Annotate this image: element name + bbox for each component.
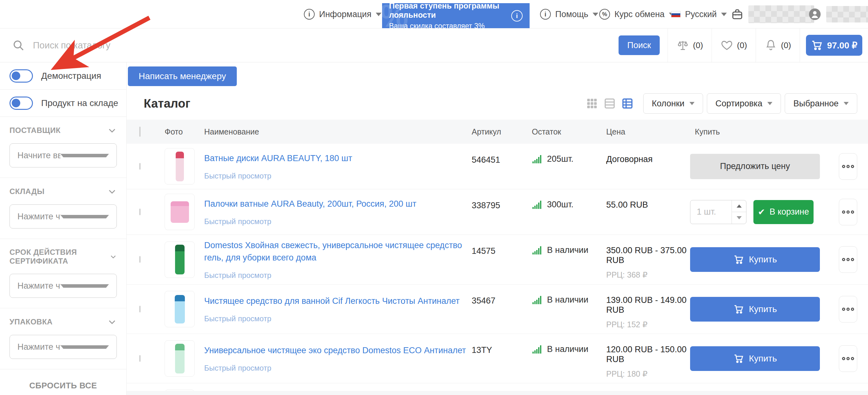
demo-toggle-row: Демонстрация (0, 62, 126, 90)
row-checkbox[interactable] (139, 256, 141, 263)
grid-view-icon[interactable] (586, 97, 598, 110)
demo-toggle[interactable] (9, 69, 33, 83)
stock-bars-icon (532, 343, 543, 355)
product-name-link[interactable]: Domestos Хвойная свежесть, универсальное… (204, 239, 467, 264)
row-more-button[interactable] (839, 153, 857, 180)
help-icon: i (540, 9, 551, 20)
stepper-down-button[interactable] (732, 212, 746, 224)
more-dots-icon (842, 211, 845, 214)
reset-all-button[interactable]: СБРОСИТЬ ВСЕ (0, 369, 126, 395)
quick-view-link[interactable]: Быстрый просмотр (204, 314, 467, 323)
table-row: Ватные диски AURA BEAUTY, 180 шт Быстрый… (127, 144, 868, 189)
product-photo-shape (170, 201, 189, 223)
filter-supplier-header[interactable]: ПОСТАВЩИК (9, 126, 117, 135)
filter-warehouses: СКЛАДЫ Нажмите чтобы выбр (0, 178, 126, 239)
filter-supplier-title: ПОСТАВЩИК (9, 126, 60, 135)
exchange-rate-label: Курс обмена (614, 9, 664, 19)
quick-view-link[interactable]: Быстрый просмотр (204, 364, 467, 372)
row-checkbox[interactable] (139, 209, 141, 215)
search-actions: Поиск (0) (0) (0) (619, 29, 868, 62)
chevron-down-icon (767, 102, 772, 105)
chevron-down-icon (593, 13, 598, 16)
notifications-button[interactable]: (0) (755, 29, 800, 62)
compare-button[interactable]: (0) (668, 29, 712, 62)
chevron-down-icon (721, 13, 727, 16)
cart-total: 97.00 ₽ (827, 40, 858, 51)
quick-view-link[interactable]: Быстрый просмотр (204, 271, 467, 280)
product-photo[interactable] (165, 340, 195, 377)
action-offer[interactable]: Предложить цену (690, 154, 820, 179)
quick-view-link[interactable]: Быстрый просмотр (204, 172, 467, 180)
favorites-button[interactable]: (0) (712, 29, 755, 62)
in-cart-button[interactable]: ✔ В корзине (753, 200, 813, 224)
columns-button[interactable]: Колонки (643, 93, 703, 114)
bell-icon (765, 39, 777, 52)
filter-packaging-select[interactable]: Нажмите чтобы выбр (9, 335, 117, 359)
product-name-link[interactable]: Универсальное чистящее эко средство Dome… (204, 344, 467, 357)
product-name-link[interactable]: Ватные диски AURA BEAUTY, 180 шт (204, 152, 467, 164)
buy-label: Купить (749, 254, 777, 265)
chevron-down-icon (60, 284, 109, 288)
filter-certificate-header[interactable]: СРОК ДЕЙСТВИЯ СЕРТИФИКАТА (9, 248, 117, 266)
language-menu[interactable]: Русский (671, 0, 727, 29)
content: Демонстрация Продукт на складе ПОСТАВЩИК… (0, 62, 868, 395)
row-checkbox[interactable] (139, 355, 141, 362)
search-input[interactable] (33, 40, 254, 51)
table-body: Ватные диски AURA BEAUTY, 180 шт Быстрый… (127, 144, 868, 395)
loyalty-banner[interactable]: % Первая ступень программы лояльности Ва… (382, 3, 530, 28)
price-value: 120.00 RUB - 150.00 RUB (606, 345, 688, 364)
rrc-value: РРЦ: 368 ₽ (606, 270, 688, 279)
list-view-icon[interactable] (603, 97, 616, 110)
selected-button[interactable]: Выбранное (785, 93, 857, 114)
filter-warehouses-select[interactable]: Нажмите чтобы выбр (9, 205, 117, 229)
filter-certificate-select[interactable]: Нажмите чтобы выбр (9, 274, 117, 298)
sorting-button[interactable]: Сортировка (707, 93, 781, 114)
row-more-button[interactable] (839, 345, 857, 372)
product-photo[interactable] (165, 291, 195, 327)
row-more-button[interactable] (839, 199, 857, 225)
table-row: Универсальное чистящее эко средство Dome… (127, 334, 868, 383)
quick-view-link[interactable]: Быстрый просмотр (204, 217, 467, 226)
cart-section: 97.00 ₽ (800, 29, 868, 62)
exchange-rate-menu[interactable]: % Курс обмена (599, 0, 675, 29)
help-menu[interactable]: i Помощь (540, 0, 598, 29)
quantity-stepper[interactable]: 1 шт. (690, 200, 746, 224)
action-buy[interactable]: Купить (690, 297, 820, 322)
filter-warehouses-header[interactable]: СКЛАДЫ (9, 187, 117, 196)
action-buy[interactable]: Купить (690, 247, 820, 272)
filter-packaging: УПАКОВКА Нажмите чтобы выбр (0, 308, 126, 369)
action-buy[interactable]: Купить (690, 346, 820, 371)
filter-supplier: ПОСТАВЩИК Начните ввод... (0, 117, 126, 178)
cart-icon (733, 254, 744, 265)
write-manager-button[interactable]: Написать менеджеру (128, 66, 237, 86)
action-cart: 1 шт. ✔ В корзине (690, 200, 813, 224)
product-name-link[interactable]: Палочки ватные AURA Beauty, 200шт, Росси… (204, 198, 467, 210)
cart-button[interactable]: 97.00 ₽ (806, 35, 862, 56)
product-photo[interactable] (165, 194, 195, 230)
filters-sidebar: Демонстрация Продукт на складе ПОСТАВЩИК… (0, 62, 127, 395)
filter-certificate: СРОК ДЕЙСТВИЯ СЕРТИФИКАТА Нажмите чтобы … (0, 239, 126, 308)
stock-bars-icon (532, 244, 543, 256)
product-photo[interactable] (165, 242, 195, 278)
search-button[interactable]: Поиск (619, 35, 660, 55)
row-more-button[interactable] (839, 246, 857, 273)
price-value: 139.00 RUB - 149.00 RUB (606, 295, 688, 315)
row-checkbox[interactable] (139, 163, 141, 170)
row-more-button[interactable] (839, 296, 857, 323)
price-value: Договорная (606, 154, 688, 164)
row-checkbox[interactable] (139, 306, 141, 312)
company-account[interactable] (731, 0, 814, 29)
header-name: Наименование (199, 127, 467, 136)
in-stock-toggle[interactable] (9, 96, 33, 110)
filter-packaging-header[interactable]: УПАКОВКА (9, 317, 117, 327)
product-photo[interactable] (165, 148, 195, 184)
info-menu[interactable]: i Информация (304, 0, 381, 29)
user-account[interactable] (808, 0, 868, 29)
select-all-checkbox[interactable] (139, 127, 141, 137)
product-name-link[interactable]: Чистящее средство для ванной Cif Легкост… (204, 295, 467, 307)
filter-supplier-select[interactable]: Начните ввод... (9, 143, 117, 168)
stepper-up-button[interactable] (732, 200, 746, 212)
table-view-icon-active[interactable] (621, 97, 634, 110)
catalog-toolbar: Колонки Сортировка Выбранное (586, 93, 857, 114)
chevron-down-icon (110, 252, 117, 262)
